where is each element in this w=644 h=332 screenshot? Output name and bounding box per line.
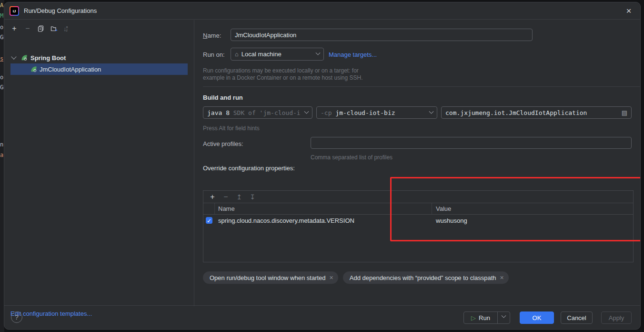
dialog-title: Run/Debug Configurations: [24, 2, 97, 20]
fields-hint: Press Alt for field hints: [203, 125, 260, 132]
editor-fragment: n: [0, 141, 3, 148]
run-button-label: Run: [479, 314, 490, 322]
editor-fragment: A: [0, 2, 3, 9]
manage-targets-link[interactable]: Manage targets...: [329, 51, 377, 58]
copy-configuration-icon[interactable]: [37, 24, 45, 33]
tag-add-provided-dependencies[interactable]: Add dependencies with “provided” scope t…: [343, 271, 509, 284]
remove-tag-icon[interactable]: ×: [330, 274, 333, 281]
close-icon[interactable]: ×: [623, 5, 634, 17]
classpath-module-select[interactable]: -cp jm-cloud-iot-biz: [316, 106, 437, 119]
editor-fragment: M: [0, 12, 3, 19]
run-options-dropdown[interactable]: [497, 312, 510, 323]
main-class-input[interactable]: com.jxjumeng.iot.JmCloudIotApplication ▤: [441, 106, 632, 119]
option-tags: Open run/debug tool window when started …: [203, 271, 509, 284]
screen: { "window": { "title": "Run/Debug Config…: [0, 0, 644, 332]
tree-item-jmcloudiotapplication[interactable]: JmCloudIotApplication: [10, 63, 188, 75]
tag-open-run-debug-tool-window[interactable]: Open run/debug tool window when started …: [203, 271, 338, 284]
chevron-down-icon: [429, 109, 434, 114]
active-profiles-label: Active profiles:: [203, 140, 243, 147]
move-down-icon[interactable]: ↧: [248, 193, 257, 201]
header-name[interactable]: Name: [215, 203, 432, 214]
run-split-button[interactable]: ▷ Run: [463, 311, 510, 324]
chevron-down-icon: [304, 109, 309, 114]
dialog-titlebar[interactable]: IJ Run/Debug Configurations ×: [4, 2, 640, 20]
sidebar-toolbar: + − + ↓az: [4, 22, 68, 35]
configuration-editor-panel: Name: JmCloudIotApplication Store as pro…: [195, 20, 641, 306]
editor-fragment: o: [0, 74, 3, 81]
add-configuration-icon[interactable]: +: [10, 24, 19, 33]
active-profiles-input[interactable]: [311, 137, 632, 149]
configurations-sidebar: + − + ↓az Spring Boot JmCloudIotApplicat…: [4, 20, 194, 306]
property-value-cell[interactable]: wushusong: [432, 215, 633, 226]
run-on-hint-line2: example in a Docker Container or on a re…: [203, 74, 363, 81]
ok-button[interactable]: OK: [520, 311, 554, 324]
tree-group-label: Spring Boot: [30, 54, 66, 62]
name-input[interactable]: JmCloudIotApplication: [231, 29, 533, 41]
cancel-button[interactable]: Cancel: [561, 311, 593, 324]
header-value[interactable]: Value: [432, 203, 633, 214]
editor-fragment: o: [0, 24, 3, 31]
name-label: Name:: [203, 32, 221, 39]
table-toolbar: + − ↥ ↧: [203, 191, 633, 203]
tree-group-spring-boot[interactable]: Spring Boot: [4, 52, 66, 63]
tree-item-label: JmCloudIotApplication: [40, 66, 101, 73]
override-properties-table: + − ↥ ↧ Name Value ✓ spring.cloud.nacos.…: [203, 190, 634, 262]
jre-select[interactable]: java 8 SDK of 'jm-cloud-i: [203, 106, 312, 119]
browse-class-icon[interactable]: ▤: [622, 109, 627, 116]
run-on-select[interactable]: ⌂ Local machine: [231, 48, 324, 61]
table-header: Name Value: [203, 203, 633, 215]
chevron-down-icon: [316, 51, 321, 55]
remove-configuration-icon[interactable]: −: [23, 24, 32, 33]
section-divider: [203, 86, 641, 87]
active-profiles-hint: Comma separated list of profiles: [311, 154, 392, 161]
spring-boot-icon: [20, 54, 28, 62]
intellij-logo-icon: IJ: [10, 6, 19, 16]
table-row[interactable]: ✓ spring.cloud.nacos.discovery.metadata.…: [203, 215, 633, 226]
run-on-hint-line1: Run configurations may be executed local…: [203, 67, 359, 74]
chevron-down-icon: [502, 313, 506, 318]
svg-text:+: +: [55, 28, 58, 32]
help-button[interactable]: ?: [11, 311, 22, 323]
run-on-label: Run on:: [203, 51, 225, 58]
new-folder-icon[interactable]: +: [50, 24, 59, 33]
header-checkbox-column: [203, 203, 215, 214]
property-name-cell[interactable]: spring.cloud.nacos.discovery.metadata.VE…: [215, 215, 432, 226]
build-and-run-heading: Build and run: [203, 94, 243, 101]
play-icon: ▷: [471, 314, 476, 322]
modify-options-row: Modify options Alt+M: [557, 94, 641, 101]
row-enabled-checkbox[interactable]: ✓: [206, 217, 212, 224]
override-properties-label: Override configuration properties:: [203, 165, 295, 172]
dialog-footer: ? ▷ Run OK Cancel Apply: [4, 305, 640, 329]
home-icon: ⌂: [235, 51, 239, 58]
spring-boot-icon: [30, 65, 38, 73]
sort-alphabetically-icon[interactable]: ↓az: [63, 25, 68, 32]
chevron-down-icon[interactable]: [11, 54, 16, 59]
move-up-icon[interactable]: ↥: [235, 193, 243, 201]
apply-button[interactable]: Apply: [601, 311, 632, 324]
remove-property-icon[interactable]: −: [221, 193, 230, 201]
add-property-icon[interactable]: +: [208, 193, 217, 201]
remove-tag-icon[interactable]: ×: [500, 274, 504, 281]
run-debug-configurations-dialog: IJ Run/Debug Configurations × + − + ↓az …: [4, 2, 641, 330]
